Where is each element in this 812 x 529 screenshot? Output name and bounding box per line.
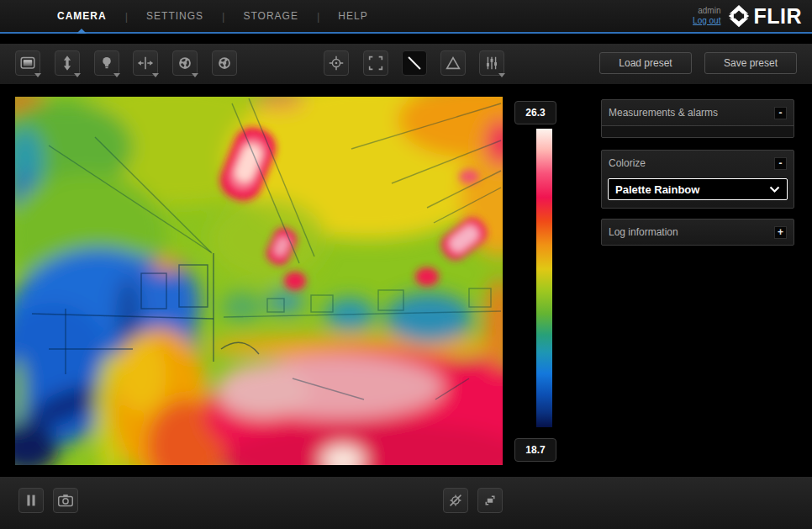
selected-palette: Palette Rainbow bbox=[615, 183, 769, 196]
vertical-adjust-button[interactable] bbox=[55, 50, 80, 76]
focus-near-far-icon bbox=[136, 54, 155, 72]
panel-title: Colorize bbox=[609, 157, 774, 169]
tab-camera[interactable]: CAMERA bbox=[39, 0, 125, 32]
log-panel: Log information + bbox=[601, 219, 794, 246]
flir-logo: FLIR bbox=[727, 4, 805, 29]
delta-triangle-icon bbox=[444, 54, 462, 72]
calibrate-button[interactable] bbox=[212, 50, 237, 76]
measurements-panel-header: Measurements & alarms - bbox=[602, 100, 794, 125]
area-measure-button[interactable] bbox=[363, 50, 388, 76]
sliders-icon bbox=[482, 54, 501, 72]
expand-button[interactable]: + bbox=[774, 226, 787, 239]
save-preset-button[interactable]: Save preset bbox=[704, 52, 797, 74]
dropdown-caret-icon bbox=[192, 73, 198, 77]
panel-title: Log information bbox=[609, 226, 774, 238]
delta-measure-button[interactable] bbox=[440, 50, 466, 76]
dropdown-caret-icon bbox=[113, 73, 120, 77]
display-mode-icon bbox=[18, 54, 37, 72]
dropdown-caret-icon bbox=[498, 73, 505, 77]
tab-settings[interactable]: SETTINGS bbox=[128, 0, 222, 32]
nav-tabs: CAMERA | SETTINGS | STORAGE | HELP bbox=[39, 0, 387, 32]
temperature-scale bbox=[536, 129, 552, 427]
line-measure-button[interactable] bbox=[402, 50, 427, 76]
thermal-image bbox=[15, 97, 503, 465]
palette-select[interactable]: Palette Rainbow bbox=[608, 178, 788, 200]
tab-storage[interactable]: STORAGE bbox=[224, 0, 316, 32]
area-brackets-icon bbox=[366, 54, 385, 72]
flir-diamond-icon bbox=[727, 4, 751, 28]
collapse-button[interactable]: - bbox=[774, 107, 787, 119]
chevron-down-icon bbox=[769, 186, 780, 193]
scale-min-temp: 18.7 bbox=[514, 438, 556, 462]
scale-max-temp: 26.3 bbox=[514, 101, 556, 124]
tab-help[interactable]: HELP bbox=[319, 0, 386, 32]
panel-title: Measurements & alarms bbox=[609, 107, 774, 119]
thermal-video[interactable] bbox=[15, 97, 503, 465]
lamp-button[interactable] bbox=[94, 50, 119, 76]
lamp-icon bbox=[98, 54, 116, 72]
resize-icon bbox=[481, 491, 499, 510]
top-navbar: CAMERA | SETTINGS | STORAGE | HELP admin… bbox=[0, 0, 812, 34]
measurements-panel: Measurements & alarms - bbox=[601, 99, 794, 138]
display-mode-button[interactable] bbox=[15, 50, 40, 76]
dropdown-caret-icon bbox=[34, 73, 41, 77]
spot-meter-icon bbox=[327, 54, 345, 72]
vertical-arrows-icon bbox=[58, 54, 76, 72]
shutter-icon bbox=[176, 54, 194, 72]
colorize-panel-header: Colorize - bbox=[602, 151, 794, 176]
logged-in-user: admin bbox=[693, 6, 720, 17]
spot-meter-button[interactable] bbox=[324, 50, 349, 76]
brand-name: FLIR bbox=[753, 4, 802, 29]
line-icon bbox=[405, 54, 424, 72]
pause-button[interactable] bbox=[18, 488, 44, 513]
snapshot-button[interactable] bbox=[53, 488, 78, 513]
playback-toolbar bbox=[0, 477, 812, 529]
adjust-button[interactable] bbox=[479, 50, 504, 76]
collapse-button[interactable]: - bbox=[774, 157, 787, 170]
hide-graphics-button[interactable] bbox=[443, 488, 468, 513]
shutter-icon bbox=[215, 54, 234, 72]
load-preset-button[interactable]: Load preset bbox=[599, 52, 692, 74]
autofocus-button[interactable] bbox=[172, 50, 198, 76]
log-panel-header: Log information + bbox=[602, 220, 794, 245]
focus-button[interactable] bbox=[133, 50, 158, 76]
colorize-panel: Colorize - Palette Rainbow bbox=[601, 150, 794, 209]
dropdown-caret-icon bbox=[74, 73, 81, 77]
measurements-panel-body bbox=[602, 125, 794, 137]
resize-view-button[interactable] bbox=[477, 488, 503, 513]
dropdown-caret-icon bbox=[152, 73, 159, 77]
hide-overlay-icon bbox=[446, 491, 465, 510]
camera-icon bbox=[56, 491, 75, 510]
logout-link[interactable]: Log out bbox=[693, 16, 720, 27]
camera-toolbar: Load preset Save preset bbox=[0, 44, 812, 84]
pause-icon bbox=[22, 491, 40, 510]
